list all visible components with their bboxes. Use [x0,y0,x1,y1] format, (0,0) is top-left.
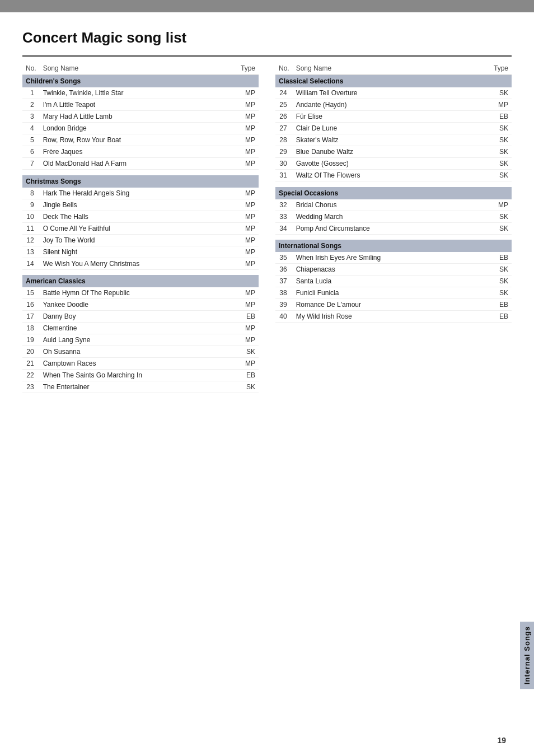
left-column: No. Song Name Type Children's Songs 1 Tw… [22,62,259,393]
section-header: International Songs [275,240,512,252]
song-number: 17 [22,311,40,323]
song-number: 11 [22,222,40,234]
song-name: Hark The Herald Angels Sing [40,188,236,199]
song-name: Skater's Waltz [293,134,489,146]
song-number: 8 [22,188,40,199]
table-row: 10 Deck The Halls MP [22,211,259,222]
table-row: 19 Auld Lang Syne MP [22,334,259,346]
song-number: 28 [275,134,293,146]
song-name: London Bridge [40,123,236,134]
song-type: MP [236,222,259,234]
song-number: 37 [275,276,293,287]
table-row: 37 Santa Lucia SK [275,276,512,287]
spacer-row [22,170,259,175]
song-number: 1 [22,87,40,99]
song-type: EB [489,252,512,264]
table-row: 36 Chiapenacas SK [275,264,512,276]
song-name: Clementine [40,323,236,334]
table-row: 5 Row, Row, Row Your Boat MP [22,134,259,146]
table-row: 16 Yankee Doodle MP [22,299,259,311]
table-row: 8 Hark The Herald Angels Sing MP [22,188,259,199]
song-number: 29 [275,146,293,158]
table-row: 30 Gavotte (Gossec) SK [275,158,512,170]
song-number: 22 [22,370,40,381]
page-title: Concert Magic song list [22,29,512,46]
song-name: Santa Lucia [293,276,489,287]
song-type: MP [236,323,259,334]
spacer-row [275,181,512,187]
song-name: Blue Danube Waltz [293,146,489,158]
table-row: 15 Battle Hymn Of The Republic MP [22,287,259,299]
song-name: Pomp And Circumstance [293,222,489,234]
song-number: 24 [275,87,293,99]
table-row: 24 William Tell Overture SK [275,87,512,99]
song-number: 31 [275,170,293,181]
song-type: MP [236,158,259,170]
table-row: 9 Jingle Bells MP [22,199,259,211]
song-number: 12 [22,234,40,246]
song-type: MP [236,234,259,246]
table-row: 26 Für Elise EB [275,111,512,123]
song-number: 25 [275,99,293,111]
song-type: SK [236,381,259,393]
song-type: MP [236,358,259,370]
table-row: 4 London Bridge MP [22,123,259,134]
song-name: Jingle Bells [40,199,236,211]
song-name: O Come All Ye Faithful [40,222,236,234]
table-row: 28 Skater's Waltz SK [275,134,512,146]
song-type: MP [236,299,259,311]
song-type: MP [236,99,259,111]
song-number: 34 [275,222,293,234]
table-row: 7 Old MacDonald Had A Farm MP [22,158,259,170]
song-name: Row, Row, Row Your Boat [40,134,236,146]
song-type: MP [236,123,259,134]
table-row: 23 The Entertainer SK [22,381,259,393]
song-type: EB [236,370,259,381]
song-type: MP [236,211,259,222]
section-header: Special Occasions [275,187,512,199]
song-name: Auld Lang Syne [40,334,236,346]
song-number: 19 [22,334,40,346]
song-number: 13 [22,246,40,258]
right-header-no: No. [275,62,293,75]
main-content: No. Song Name Type Children's Songs 1 Tw… [22,62,512,393]
song-number: 20 [22,346,40,358]
section-header: Children's Songs [22,75,259,88]
left-header-no: No. [22,62,40,75]
song-name: Mary Had A Little Lamb [40,111,236,123]
song-name: Waltz Of The Flowers [293,170,489,181]
table-row: 29 Blue Danube Waltz SK [275,146,512,158]
divider [22,55,512,57]
song-type: MP [236,258,259,269]
song-number: 3 [22,111,40,123]
song-number: 27 [275,123,293,134]
table-row: 31 Waltz Of The Flowers SK [275,170,512,181]
song-name: Wedding March [293,211,489,222]
song-number: 9 [22,199,40,211]
table-row: 11 O Come All Ye Faithful MP [22,222,259,234]
song-type: MP [236,87,259,99]
song-name: Funicli Funicla [293,287,489,299]
song-type: EB [489,311,512,323]
song-name: The Entertainer [40,381,236,393]
song-type: SK [489,134,512,146]
table-row: 32 Bridal Chorus MP [275,199,512,211]
song-name: Yankee Doodle [40,299,236,311]
song-type: SK [489,211,512,222]
table-row: 25 Andante (Haydn) MP [275,99,512,111]
song-name: Deck The Halls [40,211,236,222]
song-number: 23 [22,381,40,393]
song-name: We Wish You A Merry Christmas [40,258,236,269]
left-table: No. Song Name Type Children's Songs 1 Tw… [22,62,259,393]
song-name: Oh Susanna [40,346,236,358]
section-header: Christmas Songs [22,175,259,188]
song-name: When Irish Eyes Are Smiling [293,252,489,264]
right-table: No. Song Name Type Classical Selections … [275,62,512,323]
song-type: SK [489,264,512,276]
song-type: SK [489,222,512,234]
song-name: Gavotte (Gossec) [293,158,489,170]
table-row: 21 Camptown Races MP [22,358,259,370]
song-type: MP [236,134,259,146]
song-number: 33 [275,211,293,222]
song-name: Für Elise [293,111,489,123]
